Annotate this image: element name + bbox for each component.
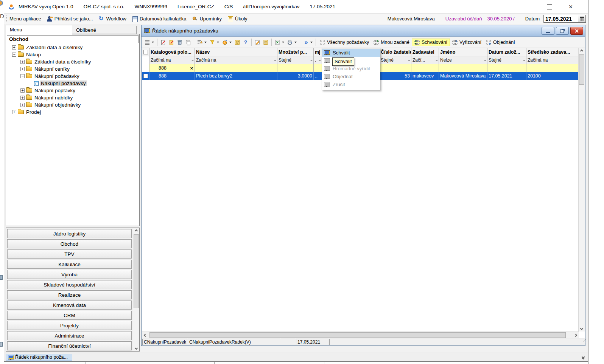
filter-mnozstvi-combo[interactable]: Stejné: [277, 56, 314, 64]
scroll-right-button[interactable]: [572, 332, 579, 338]
expand-icon[interactable]: +: [20, 60, 25, 64]
filter-katalogova-combo[interactable]: Začíná na: [149, 56, 195, 64]
cell-zadavatel[interactable]: makovcov: [411, 72, 439, 80]
quick-filter-jmeno-input[interactable]: [439, 64, 487, 72]
close-button[interactable]: ×: [560, 1, 581, 12]
tree-item-prodej[interactable]: + Prodej: [6, 108, 139, 116]
child-minimize-button[interactable]: [542, 27, 554, 35]
column-header-jmeno[interactable]: Jméno: [439, 48, 487, 56]
dropdown-arrow-icon[interactable]: [294, 42, 297, 43]
cell-jmeno[interactable]: Makovcová Miroslava: [439, 72, 487, 80]
module-kalkulace[interactable]: Kalkulace: [7, 260, 132, 269]
dropdown-arrow-icon[interactable]: [282, 42, 284, 43]
scroll-up-button[interactable]: [579, 48, 585, 54]
scrollbar-thumb[interactable]: [134, 234, 139, 308]
select-all-checkbox[interactable]: [142, 48, 149, 56]
menu-aplikace-button[interactable]: Menu aplikace: [9, 16, 41, 22]
tab-menu[interactable]: Menu: [6, 25, 72, 34]
quick-filter-datum-input[interactable]: [487, 64, 526, 72]
quick-filter-katalogova-input[interactable]: 888 ×: [149, 64, 195, 72]
tree-item-nakup[interactable]: − Nákup: [6, 51, 139, 58]
column-header-zadavatel[interactable]: Zadavatel: [411, 48, 439, 56]
scroll-down-button[interactable]: [133, 345, 139, 351]
module-projekty[interactable]: Projekty: [7, 321, 132, 330]
tree-item-nakupni-pozadavky-folder[interactable]: − Nákupní požadavky: [6, 73, 139, 80]
taskbar-item-radek-nakupniho-pozadavku[interactable]: Řádek nákupního poža...: [6, 354, 72, 361]
scrollbar-thumb[interactable]: [149, 332, 566, 338]
filter-stredisko-combo[interactable]: Začíná na: [526, 56, 578, 64]
menu-item-hromadne-vyridit[interactable]: Hromadně vyřídit: [322, 65, 380, 73]
upominky-button[interactable]: Upomínky: [191, 16, 222, 22]
expand-icon[interactable]: +: [20, 103, 25, 107]
column-header-cislo-zadatele[interactable]: Číslo žadatele: [380, 48, 411, 56]
view-vsechny-pozadavky[interactable]: Všechny požadavky: [318, 39, 371, 46]
tree-item-nakupni-poptavky[interactable]: + Nákupní poptávky: [6, 87, 139, 94]
filter-datum-combo[interactable]: Stejné: [487, 56, 526, 64]
child-close-button[interactable]: ✕: [570, 27, 583, 35]
view-objednani[interactable]: Objednání: [484, 39, 517, 46]
module-tpv[interactable]: TPV: [7, 249, 132, 259]
dropdown-arrow-icon[interactable]: [229, 42, 232, 43]
history-icon[interactable]: [221, 38, 229, 46]
menu-item-zrusit[interactable]: Zrušit: [322, 81, 380, 88]
grid-vertical-scrollbar[interactable]: [578, 48, 585, 331]
cell-mnozstvi[interactable]: 3,0000: [277, 72, 314, 80]
filter-zadavatel-combo[interactable]: Začí...: [411, 56, 439, 64]
view-mnou-zadane[interactable]: Mnou zadané: [371, 39, 412, 46]
module-obchod[interactable]: Obchod: [7, 239, 132, 248]
view-schvalovani-active[interactable]: Schvalování: [412, 39, 450, 46]
quick-filter-stredisko-input[interactable]: [526, 64, 578, 72]
expand-icon[interactable]: +: [20, 67, 25, 71]
maximize-button[interactable]: [539, 1, 560, 12]
menu-item-schvalit-selected[interactable]: Schválit: [322, 49, 380, 57]
quick-filter-cislo-input[interactable]: [380, 64, 411, 72]
quick-filter-nazev-input[interactable]: [195, 64, 277, 72]
expand-icon[interactable]: +: [12, 45, 16, 50]
tree-item-zakladni-data-nakup[interactable]: + Základní data a číselníky: [6, 58, 139, 65]
cell-nazev[interactable]: Plech bez barvy2: [195, 72, 277, 80]
ukoly-button[interactable]: Úkoly: [227, 16, 248, 22]
column-header-mj[interactable]: mj: [314, 48, 322, 56]
module-crm[interactable]: CRM: [7, 311, 132, 320]
minimize-button[interactable]: [518, 1, 539, 12]
dropdown-arrow-icon[interactable]: [204, 42, 207, 43]
child-titlebar[interactable]: Řádek nákupního požadavku ✕: [142, 25, 585, 37]
collapse-icon[interactable]: −: [12, 53, 16, 57]
tree-item-zakladni-data[interactable]: + Základní data a číselníky: [6, 44, 139, 51]
dropdown-arrow-icon[interactable]: [310, 42, 313, 43]
help-icon[interactable]: ?: [241, 38, 250, 46]
scroll-down-button[interactable]: [579, 325, 585, 331]
filter-cislo-zadatele-combo[interactable]: Stejné: [380, 56, 411, 64]
row-checkbox[interactable]: [142, 72, 149, 80]
filter-nazev-combo[interactable]: Začíná na: [195, 56, 277, 64]
expand-icon[interactable]: +: [20, 88, 25, 93]
tree-item-nakupni-objednavky[interactable]: + Nákupní objednávky: [6, 101, 139, 108]
list-view-icon[interactable]: [143, 38, 151, 46]
tree-item-nakupni-nabidky[interactable]: + Nákupní nabídky: [6, 94, 139, 101]
scrollbar-thumb[interactable]: [579, 54, 584, 85]
cell-stredisko[interactable]: 20100: [526, 72, 578, 80]
clear-filter-icon[interactable]: ×: [190, 65, 193, 71]
tree-item-nakupni-ceniky[interactable]: + Nákupní ceníky: [6, 65, 139, 73]
child-restore-button[interactable]: [556, 27, 569, 35]
task-list-icon[interactable]: [262, 38, 270, 46]
copy-record-icon[interactable]: [184, 38, 192, 46]
filter-icon[interactable]: [208, 38, 216, 46]
delete-record-icon[interactable]: [176, 38, 184, 46]
column-header-mnozstvi[interactable]: Množství p...: [277, 48, 314, 56]
quick-filter-mnozstvi-input[interactable]: [277, 64, 314, 72]
grid-horizontal-scrollbar[interactable]: [142, 331, 579, 338]
settings-sliders-icon[interactable]: [233, 38, 241, 46]
scroll-up-button[interactable]: [133, 228, 139, 234]
module-vyroba[interactable]: Výroba: [7, 270, 132, 279]
expand-icon[interactable]: +: [12, 110, 16, 114]
column-header-katalogova-polozka[interactable]: Katalogová polo...: [149, 48, 195, 56]
dropdown-arrow-icon[interactable]: [152, 42, 154, 43]
dropdown-arrow-icon[interactable]: [217, 42, 219, 43]
edit-record-icon[interactable]: [167, 38, 176, 46]
collapse-icon[interactable]: −: [20, 74, 25, 78]
cell-cislo-zadatele[interactable]: 53: [380, 72, 411, 80]
print-icon[interactable]: [286, 38, 294, 46]
column-header-datum-zalozeni[interactable]: Datum založ...: [487, 48, 526, 56]
module-financni-ucetnictvi[interactable]: Finanční účetnictví: [7, 341, 132, 350]
